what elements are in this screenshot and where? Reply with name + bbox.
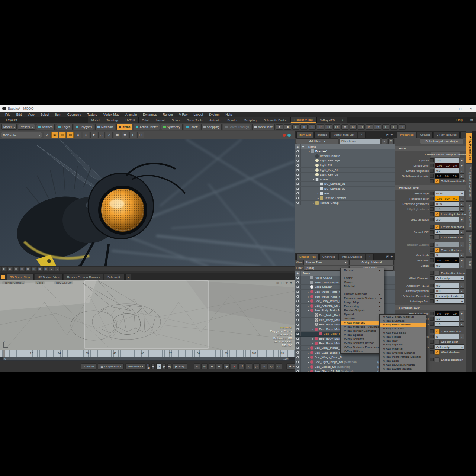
layout-tab-animate[interactable]: Animate (206, 117, 223, 123)
anisotropy-1-1-field[interactable]: 0.0 (435, 283, 459, 288)
channel-icon[interactable] (430, 169, 434, 173)
submenu-item-v-ray-stochastic-flakes[interactable]: V-Ray Stochastic Flakes (380, 363, 426, 367)
expand-arrow[interactable]: ▸ (312, 202, 315, 204)
expand-arrow[interactable]: ▸ (307, 370, 310, 372)
tool-vertices[interactable]: Vertices (36, 124, 55, 130)
range-icon[interactable]: ▭ (276, 363, 282, 369)
mini-slider-arrow[interactable]: ▾ (460, 311, 464, 316)
render-button[interactable]: ▣ (51, 132, 58, 138)
reflection-subdivs-field[interactable]: 8 (435, 242, 459, 247)
refraction-ior-field[interactable]: 1.0 (435, 316, 459, 321)
mini-slider-arrow[interactable]: ▾ (460, 163, 464, 168)
teal-ball-icon[interactable] (287, 134, 291, 137)
prev-frame-button[interactable]: ◀ (151, 363, 154, 369)
channel-icon[interactable] (430, 179, 434, 183)
eye-icon[interactable] (296, 361, 299, 363)
item-row[interactable]: ▸Bee (295, 191, 395, 196)
channel-icon[interactable] (430, 258, 434, 262)
gray-ball-icon[interactable]: ● (83, 132, 89, 138)
tool-edges[interactable]: Edges (56, 124, 73, 130)
menu-item-v-ray-special[interactable]: V-Ray Special▸ (341, 333, 384, 337)
menu-render[interactable]: Render (160, 113, 176, 116)
eye-icon[interactable] (296, 309, 299, 312)
select-output-material-button[interactable]: Select output material(s) (420, 138, 463, 144)
channel-icon[interactable] (430, 164, 434, 167)
eye-icon[interactable] (296, 351, 299, 354)
filter-items-input[interactable]: Filter Items (340, 138, 380, 144)
affect-shadows-checkbox[interactable]: ✓ (435, 350, 440, 355)
eye-icon[interactable] (296, 291, 299, 293)
refraction-glossiness-field[interactable]: 1.0 (435, 321, 459, 327)
strip-icon-4[interactable]: ▦ (25, 267, 30, 271)
soften-field[interactable]: 0.0 (435, 263, 459, 268)
next-frame-button[interactable]: ▶ (163, 363, 166, 369)
uv-vectors-derivation-select[interactable]: Local object axis▾ (435, 293, 464, 299)
channel-icon[interactable] (430, 350, 434, 354)
enable-dispersion-checkbox[interactable] (435, 357, 440, 362)
viewport-tab-uv-texture-view[interactable]: UV Texture View (35, 274, 63, 280)
record-icon[interactable]: ● (231, 363, 237, 369)
enable-dim-distance-checkbox[interactable] (435, 271, 440, 276)
submenu-item-v-ray-light-mtl[interactable]: V-Ray Light Mtl (380, 343, 426, 347)
menu-item[interactable]: Item (52, 113, 64, 116)
minimize-button[interactable]: — (445, 105, 455, 112)
slider-icon[interactable]: ≡ (194, 363, 200, 369)
brdf-type-select[interactable]: GGX▾ (435, 191, 464, 196)
vray-toolbar-re[interactable]: RE (366, 124, 373, 130)
strip-icon-8[interactable]: ▪ (49, 267, 54, 271)
item-row[interactable]: ▸Texture Group (295, 201, 395, 206)
channel-icon[interactable] (430, 284, 434, 287)
pan-button[interactable]: ✛ (129, 132, 136, 138)
play-button[interactable]: ▶Play (173, 363, 187, 370)
item-row[interactable]: BG_Surface_01 (295, 182, 395, 187)
menu-view[interactable]: View (25, 113, 37, 116)
layout-tab-render-v-ray[interactable]: Render V-Ray (290, 117, 316, 123)
eye-icon[interactable] (296, 183, 299, 185)
eye-icon[interactable] (296, 342, 299, 344)
layout-tab-paint[interactable]: Paint (138, 117, 152, 123)
link-icon[interactable]: ∞ (261, 363, 267, 369)
mini-slider-arrow[interactable]: ▾ (460, 173, 464, 178)
submenu-item-v-ray-switch-material[interactable]: V-Ray Switch Material (380, 367, 426, 371)
mini-slider-arrow[interactable]: ▾ (460, 196, 464, 201)
diffuse-color-swatch[interactable]: 0.010.00.0 (435, 163, 459, 168)
menu-help[interactable]: Help (222, 113, 235, 116)
vray-toolbar-cl[interactable]: Cl (325, 124, 332, 130)
viewport-control-icon-2[interactable]: ✛ (286, 281, 288, 284)
self-illumination-affects-gi-checkbox[interactable]: ✓ (435, 179, 440, 184)
submenu-item-v-ray-scan[interactable]: V-Ray Scan (380, 359, 426, 363)
menu-item-v-ray-utilities[interactable]: V-Ray Utilities▸ (341, 349, 384, 353)
viewport-tab-render-preview-browser[interactable]: Render Preview Browser (64, 274, 103, 280)
lock-hilight-glossiness-checkbox[interactable]: ✓ (435, 212, 440, 217)
layout-tab-render[interactable]: Render (224, 117, 241, 123)
layout-tab-sculpting[interactable]: Sculpting (241, 117, 260, 123)
expand-arrow[interactable]: ▸ (307, 290, 310, 293)
timeline-ruler[interactable]: 1224364860728496108120 (0, 350, 295, 357)
tab-groups[interactable]: Groups (417, 132, 432, 138)
eye-icon[interactable] (296, 160, 299, 162)
item-row[interactable]: ▾Bee.lxo* (295, 149, 395, 154)
side-tab-v-ray-material-sett[interactable]: V-Ray Material Sett (466, 133, 472, 163)
loop-icon[interactable]: ↺ (238, 363, 245, 369)
assign-material-button[interactable]: Assign Material (349, 260, 394, 265)
refraction-color-swatch[interactable]: 0.00.00.0 (435, 311, 459, 316)
eye-icon[interactable] (296, 197, 299, 199)
next-key-icon[interactable]: ► (216, 363, 222, 369)
channel-icon[interactable] (430, 218, 434, 221)
fresnel-ior-field[interactable]: 4.0 (435, 229, 459, 235)
item-row[interactable]: ▸Texture Locators (295, 196, 395, 201)
gear-icon[interactable]: ✱ (470, 118, 473, 122)
side-tab-v-ray-mtl-common[interactable]: V-Ray Mtl Common (466, 201, 472, 231)
channel-icon[interactable] (430, 248, 434, 252)
go-end-button[interactable]: ▶| (167, 363, 171, 369)
mini-slider-arrow[interactable]: ▾ (460, 283, 464, 288)
mini-slider-arrow[interactable]: ▾ (460, 168, 464, 173)
submenu-item-v-ray-2-sided-material[interactable]: V-Ray 2-Sided Material (380, 315, 426, 319)
submenu-item-v-ray-flakes[interactable]: V-Ray Flakes (380, 335, 426, 339)
expand-arrow[interactable]: ▸ (307, 356, 310, 358)
mini-slider-arrow[interactable]: ▾ (460, 201, 464, 206)
submenu-item-v-ray-point-particle-material[interactable]: V-Ray Point Particle Material (380, 355, 426, 359)
tool-select-through[interactable]: Select Through (223, 124, 251, 130)
eye-icon[interactable] (296, 188, 299, 190)
trace-refractions-checkbox[interactable]: ✓ (435, 329, 440, 334)
